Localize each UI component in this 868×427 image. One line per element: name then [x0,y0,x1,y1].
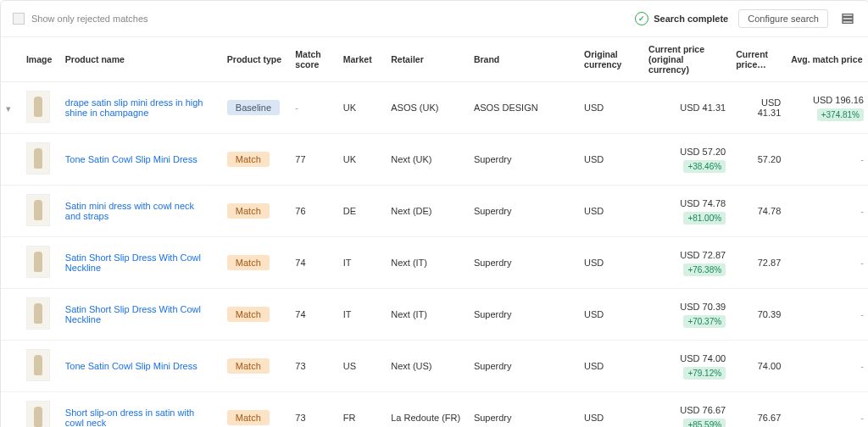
checkbox-icon [13,13,25,25]
brand-cell: Superdry [469,186,579,237]
retailer-cell: Next (IT) [386,237,469,289]
expand-cell [1,341,21,392]
th-current-price[interactable]: Current price… [731,37,786,82]
market-cell: UK [338,82,386,134]
current-price-cell: USD 41.31 [731,82,786,134]
th-market[interactable]: Market [338,37,386,82]
retailer-cell: Next (IT) [386,289,469,341]
retailer-cell: ASOS (UK) [386,82,469,134]
type-cell: Baseline [222,82,291,134]
image-cell [21,134,60,186]
image-cell [21,341,60,392]
table-row[interactable]: Satin Short Slip Dress With Cowl Necklin… [1,237,868,289]
table-row[interactable]: Satin mini dress with cowl neck and stra… [1,186,868,237]
table-row[interactable]: Satin Short Slip Dress With Cowl Necklin… [1,289,868,341]
match-score-cell: 74 [290,237,337,289]
current-price-original-cell: USD 41.31 [643,82,731,134]
chevron-down-icon[interactable]: ▾ [6,103,11,114]
expand-cell [1,186,21,237]
table-row[interactable]: Tone Satin Cowl Slip Mini DressMatch77UK… [1,134,868,186]
name-cell: Satin Short Slip Dress With Cowl Necklin… [60,237,222,289]
product-name-link[interactable]: Satin mini dress with cowl neck and stra… [65,201,209,221]
svg-rect-2 [843,21,853,24]
table-row[interactable]: ▾drape satin slip mini dress in high shi… [1,82,868,134]
filter-rejected[interactable]: Show only rejected matches [13,13,148,25]
product-image [26,349,50,381]
type-cell: Match [222,186,291,237]
table-row[interactable]: Short slip-on dress in satin with cowl n… [1,392,868,428]
th-original-currency[interactable]: Original currency [579,37,643,82]
retailer-cell: Next (UK) [386,134,469,186]
svg-rect-0 [843,14,853,17]
product-name-link[interactable]: Short slip-on dress in satin with cowl n… [65,408,209,427]
current-price-original-cell: USD 70.39+70.37% [643,289,731,341]
retailer-cell: Next (US) [386,341,469,392]
brand-cell: Superdry [469,134,579,186]
th-product-name[interactable]: Product name [60,37,222,82]
type-cell: Match [222,392,291,428]
product-name-link[interactable]: Satin Short Slip Dress With Cowl Necklin… [65,252,209,273]
image-cell [21,392,60,428]
type-cell: Match [222,341,291,392]
app-frame: Show only rejected matches ✓ Search comp… [0,0,868,427]
avg-match-price-cell: - [786,392,868,428]
th-match-score[interactable]: Match score [290,37,337,82]
th-current-price-original[interactable]: Current price (original currency) [643,37,731,82]
table-header-row: Image Product name Product type Match sc… [1,37,868,82]
filter-label: Show only rejected matches [31,14,148,24]
th-product-type[interactable]: Product type [222,37,291,82]
original-currency-cell: USD [579,134,643,186]
check-circle-icon: ✓ [635,12,648,25]
product-name-link[interactable]: Tone Satin Cowl Slip Mini Dress [65,361,198,371]
avg-match-price-cell: - [786,186,868,237]
market-cell: IT [338,289,386,341]
configure-search-button[interactable]: Configure search [738,9,828,28]
status-label: Search complete [654,14,728,24]
product-type-badge: Match [227,410,270,425]
expand-cell [1,134,21,186]
original-currency-cell: USD [579,341,643,392]
th-avg-match-price[interactable]: Avg. match price [786,37,868,82]
product-type-badge: Match [227,307,270,322]
topbar-right: ✓ Search complete Configure search [635,9,857,28]
avg-match-price-cell: - [786,134,868,186]
settings-icon[interactable] [838,9,857,28]
avg-match-price-cell: - [786,341,868,392]
product-name-link[interactable]: Satin Short Slip Dress With Cowl Necklin… [65,304,209,324]
type-cell: Match [222,237,291,289]
svg-rect-1 [843,18,853,20]
topbar: Show only rejected matches ✓ Search comp… [1,1,868,37]
current-price-cell: 76.67 [731,392,786,428]
product-image [26,142,50,175]
match-score-cell: 76 [290,186,337,237]
original-currency-cell: USD [579,237,643,289]
name-cell: Tone Satin Cowl Slip Mini Dress [60,341,222,392]
product-image [26,194,50,226]
search-status: ✓ Search complete [635,12,728,25]
product-type-badge: Match [227,152,270,167]
name-cell: Satin Short Slip Dress With Cowl Necklin… [60,289,222,341]
brand-cell: Superdry [469,289,579,341]
product-name-link[interactable]: Tone Satin Cowl Slip Mini Dress [65,154,198,164]
name-cell: Satin mini dress with cowl neck and stra… [60,186,222,237]
product-image [26,297,50,330]
current-price-cell: 72.87 [731,237,786,289]
product-image [26,401,50,427]
expand-cell: ▾ [1,82,21,134]
current-price-cell: 70.39 [731,289,786,341]
original-currency-cell: USD [579,289,643,341]
th-brand[interactable]: Brand [469,37,579,82]
th-image[interactable]: Image [21,37,60,82]
market-cell: IT [338,237,386,289]
product-type-badge: Match [227,358,270,374]
original-currency-cell: USD [579,82,643,134]
th-retailer[interactable]: Retailer [386,37,469,82]
product-name-link[interactable]: drape satin slip mini dress in high shin… [65,97,209,118]
original-currency-cell: USD [579,392,643,428]
product-type-badge: Baseline [227,100,280,115]
type-cell: Match [222,134,291,186]
table-row[interactable]: Tone Satin Cowl Slip Mini DressMatch73US… [1,341,868,392]
image-cell [21,186,60,237]
brand-cell: ASOS DESIGN [469,82,579,134]
current-price-original-cell: USD 74.00+79.12% [643,341,731,392]
